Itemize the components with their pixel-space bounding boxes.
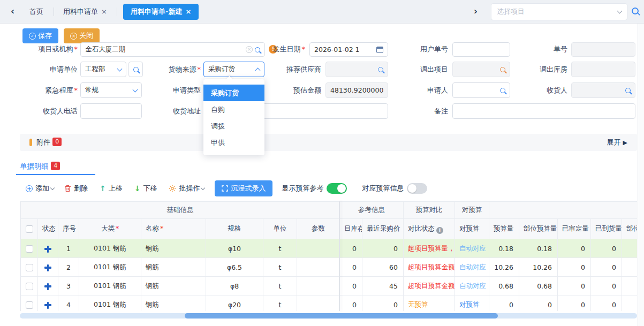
row-checkbox[interactable] xyxy=(26,283,33,290)
tab-material-request[interactable]: 用料申请单× xyxy=(63,0,107,24)
close-button[interactable]: × 关闭 xyxy=(64,28,100,43)
budget-action-link[interactable]: 自动对应 xyxy=(459,282,486,290)
immersive-entry-button[interactable]: 沉浸式录入 xyxy=(215,180,272,196)
map-budget-info-toggle[interactable] xyxy=(407,183,427,194)
table-cell: 60 xyxy=(362,258,404,277)
budget-action-cell: 自动对应 xyxy=(455,239,489,258)
row-checkbox[interactable] xyxy=(26,264,33,271)
search-icon[interactable] xyxy=(500,67,505,72)
tab-close-icon[interactable]: × xyxy=(101,7,107,16)
dropdown-option[interactable]: 采购订货 xyxy=(203,85,264,101)
apply-unit-search-button[interactable] xyxy=(128,62,143,77)
table-cell: φ8 xyxy=(206,277,263,295)
search-icon xyxy=(133,67,139,72)
occur-date-input[interactable]: 2026-01-02 1 xyxy=(309,42,388,57)
goods-source-select[interactable]: 采购订货 xyxy=(203,62,264,77)
search-icon[interactable] xyxy=(378,67,383,72)
clear-icon[interactable]: × xyxy=(246,46,253,53)
tabs-back-icon[interactable]: ‹ xyxy=(11,6,14,17)
add-button[interactable]: +添加 xyxy=(26,184,54,193)
project-select-placeholder: 选择项目 xyxy=(497,7,618,17)
table-cell: 0.18 xyxy=(489,239,519,258)
show-budget-ref-toggle[interactable] xyxy=(327,183,347,194)
move-down-button[interactable]: ↓下移 xyxy=(134,184,159,193)
budget-action-link[interactable]: 对预算 xyxy=(459,300,480,308)
table-cell: 0 xyxy=(340,258,362,277)
tab-detail[interactable]: 单据明细 4 xyxy=(20,162,60,171)
table-cell: 0101 钢筋 xyxy=(79,258,141,277)
row-checkbox[interactable] xyxy=(26,301,33,309)
table-cell: 0 xyxy=(558,277,591,295)
batch-ops-button[interactable]: 批操作 xyxy=(169,184,204,193)
add-row-icon[interactable] xyxy=(44,302,51,309)
tab-material-request-new[interactable]: 用料申请单-新建× xyxy=(123,4,199,20)
table-cell: 0 xyxy=(591,258,622,277)
table-cell: 0 xyxy=(362,239,404,258)
project-select-input[interactable]: 选择项目 xyxy=(491,3,627,20)
detail-table-wrapper: 基础信息参考信息预算对比对预算状态序号大类*名称*规格单位参数目库存最近采购价对… xyxy=(20,201,637,311)
active-tab-underline xyxy=(16,174,95,175)
field-label-urgency: 紧急程度* xyxy=(21,82,78,98)
compare-status-cell: 超项目预算金额 xyxy=(404,277,455,295)
horizontal-scrollbar-thumb[interactable] xyxy=(185,313,498,319)
field-label-goods-source: 货物来源* xyxy=(150,62,201,77)
budget-action-cell: 对预算 xyxy=(455,295,489,312)
user-no-input[interactable] xyxy=(452,42,510,57)
table-cell: 0101 钢筋 xyxy=(79,295,141,312)
move-up-button[interactable]: ↑上移 xyxy=(100,184,124,193)
table-cell xyxy=(622,239,638,258)
column-header: 目库存 xyxy=(340,219,362,239)
vertical-scrollbar-track[interactable] xyxy=(638,24,644,326)
chevron-down-icon[interactable] xyxy=(617,9,623,14)
row-select-cell xyxy=(21,239,38,258)
dropdown-option[interactable]: 自购 xyxy=(203,101,264,118)
receiver-phone-input[interactable] xyxy=(80,103,142,119)
check-circle-icon: ✓ xyxy=(29,33,36,40)
tab-separator xyxy=(117,7,117,16)
row-checkbox[interactable] xyxy=(26,245,33,253)
project-org-input[interactable]: 金石大厦二期 × xyxy=(80,42,265,57)
table-cell: φ10 xyxy=(206,239,263,258)
arrow-up-icon: ↑ xyxy=(100,184,106,193)
row-status-cell xyxy=(38,277,58,295)
tab-bar: ‹ 首页 用料申请单× 用料申请单-新建× › 选择项目 xyxy=(0,0,644,24)
table-cell: 4 xyxy=(58,295,79,312)
delete-button[interactable]: 删除 xyxy=(64,184,89,193)
expand-button[interactable]: 展开▶ xyxy=(607,134,627,151)
tabs-forward-icon[interactable]: › xyxy=(474,6,478,17)
receiver-input xyxy=(571,82,635,98)
field-label-remark: 备注 xyxy=(399,103,448,119)
save-button[interactable]: ✓ 保存 xyxy=(22,28,58,43)
column-header: 大类* xyxy=(79,219,141,239)
table-cell: 1 xyxy=(58,239,79,258)
column-header: 最近采购价 xyxy=(362,219,404,239)
tab-close-icon[interactable]: × xyxy=(185,7,191,16)
tab-home[interactable]: 首页 xyxy=(29,0,43,24)
add-row-icon[interactable] xyxy=(44,246,51,253)
applicant-input[interactable] xyxy=(452,82,510,98)
apply-unit-select[interactable]: 工程部 xyxy=(80,62,126,77)
select-all-checkbox[interactable] xyxy=(26,225,33,233)
column-header: 部位预算量 xyxy=(519,219,558,239)
select-all-header xyxy=(21,219,38,239)
dropdown-option[interactable]: 甲供 xyxy=(203,134,264,151)
remark-input[interactable] xyxy=(452,103,635,119)
horizontal-scrollbar-track[interactable] xyxy=(20,313,637,319)
add-row-icon[interactable] xyxy=(44,283,51,290)
search-icon[interactable] xyxy=(632,7,639,14)
add-row-icon[interactable] xyxy=(44,264,51,271)
search-icon[interactable] xyxy=(625,88,631,93)
compare-status-text: 超项目预算金额 xyxy=(408,282,455,290)
urgency-select[interactable]: 常规 xyxy=(80,82,142,98)
budget-action-link[interactable]: 自动对应 xyxy=(459,244,486,252)
table-cell: 钢筋 xyxy=(141,277,206,295)
dropdown-option[interactable]: 调拨 xyxy=(203,118,264,134)
attachment-bar[interactable]: 附件 0 展开▶ xyxy=(20,134,637,151)
info-icon[interactable]: i xyxy=(436,227,443,234)
attachment-marker-icon xyxy=(29,139,32,146)
table-cell: 10.26 xyxy=(519,258,558,277)
calendar-icon[interactable] xyxy=(376,47,383,53)
budget-action-link[interactable]: 自动对应 xyxy=(459,263,486,271)
search-icon[interactable] xyxy=(500,88,505,93)
chevron-down-icon xyxy=(117,66,123,71)
